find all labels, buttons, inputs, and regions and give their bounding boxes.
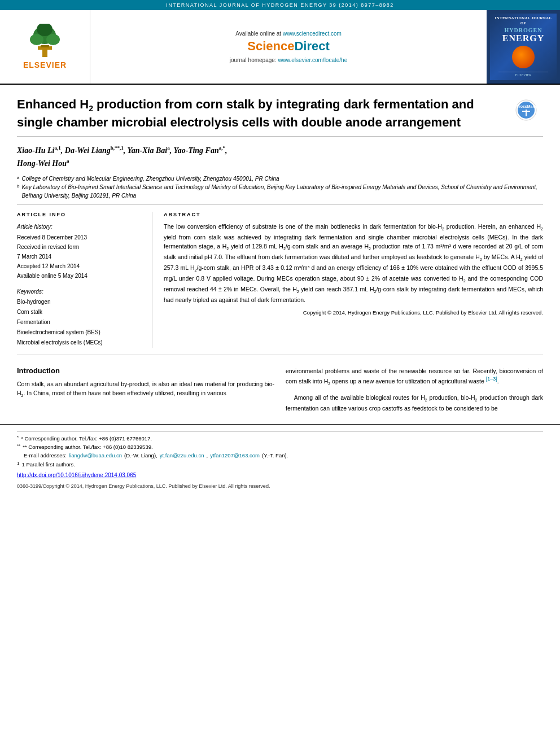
footer-divider (17, 431, 543, 432)
received-date: Received 8 December 2013 (17, 234, 87, 241)
intro-para-right1: environmental problems and waste of the … (286, 366, 543, 387)
article-info-heading: Article Info (17, 212, 143, 217)
svg-rect-0 (42, 49, 47, 57)
sciencedirect-link[interactable]: www.sciencedirect.com (283, 30, 342, 37)
article-info-abstract: Article Info Article history: Received 8… (17, 205, 543, 355)
introduction-section: Introduction Corn stalk, as an abundant … (17, 355, 543, 424)
footnote-star-text: * Corresponding author. Tel./fax: +86 (0… (21, 434, 152, 443)
keywords-section: Keywords: Bio-hydrogen Corn stalk Fermen… (17, 289, 143, 348)
copyright-footer: 0360-3199/Copyright © 2014, Hydrogen Ene… (17, 482, 543, 490)
keywords-title: Keywords: (17, 289, 143, 295)
history-label: Article history: (17, 222, 143, 231)
article-title: Enhanced H2 production from corn stalk b… (17, 96, 480, 131)
available-online-text: Available online at www.sciencedirect.co… (235, 30, 342, 37)
journal-top-bar: International Journal of Hydrogen Energy… (0, 0, 560, 10)
sciencedirect-logo: ScienceDirect (247, 39, 330, 54)
elsevier-text: ELSEVIER (21, 60, 69, 69)
revised-label: Received in revised form (17, 244, 79, 250)
keyword-fermentation: Fermentation (17, 317, 143, 327)
journal-cover-hydrogen: HYDROGEN (505, 27, 542, 33)
keyword-bio-hydrogen: Bio-hydrogen (17, 297, 143, 307)
abstract-heading: Abstract (164, 212, 543, 217)
crossmark-badge: CrossMark (515, 96, 543, 121)
email-fan-163[interactable]: ytfan1207@163.com (210, 451, 260, 460)
svg-text:CrossMark: CrossMark (516, 104, 536, 108)
crossmark-icon: CrossMark (515, 99, 537, 121)
introduction-heading: Introduction (17, 366, 274, 375)
intro-left-col: Introduction Corn stalk, as an abundant … (17, 366, 274, 413)
journal-cover-energy: ENERGY (502, 33, 544, 43)
journal-title-bar: International Journal of Hydrogen Energy… (166, 2, 394, 8)
footnote-doublestar: ** ** Corresponding author. Tel./fax: +8… (17, 443, 543, 451)
journal-cover: International Journal of HYDROGEN ENERGY… (487, 10, 560, 84)
affiliations: a College of Chemistry and Molecular Eng… (17, 174, 543, 200)
abstract-column: Abstract The low conversion efficiency o… (164, 212, 543, 348)
doi-line: http://dx.doi.org/10.1016/j.ijhydene.201… (17, 471, 543, 480)
footer-notes: * * Corresponding author. Tel./fax: +86 … (0, 424, 560, 495)
center-header: Available online at www.sciencedirect.co… (90, 10, 487, 84)
elsevier-logo: ELSEVIER (21, 24, 69, 69)
keyword-bes: Bioelectrochemical system (BES) (17, 327, 143, 338)
abstract-text: The low conversion efficiency of substra… (164, 222, 543, 304)
footnote-emails: E-mail addresses: liangdw@buaa.edu.cn (D… (17, 451, 543, 460)
revised-date: 7 March 2014 (17, 254, 51, 260)
abstract-copyright: Copyright © 2014, Hydrogen Energy Public… (164, 309, 543, 316)
intro-para-left: Corn stalk, as an abundant agricultural … (17, 379, 274, 399)
authors-section: Xiao-Hu Lia,1, Da-Wei Liangb,**,1, Yan-X… (17, 137, 543, 205)
elsevier-tree-icon (21, 24, 69, 60)
parallel-authors-note: 1 Parallel first authors. (21, 460, 75, 469)
keyword-corn-stalk: Corn stalk (17, 307, 143, 317)
email-liang[interactable]: liangdw@buaa.edu.cn (69, 451, 122, 460)
intro-right-col: environmental problems and waste of the … (286, 366, 543, 413)
intro-para-right2: Among all of the available biological ro… (286, 393, 543, 413)
footnote-star: * * Corresponding author. Tel./fax: +86 … (17, 434, 543, 443)
authors-list: Xiao-Hu Lia,1, Da-Wei Liangb,**,1, Yan-X… (17, 144, 543, 170)
accepted-date: Accepted 12 March 2014 (17, 263, 80, 269)
reference-1-3[interactable]: [1–3] (486, 376, 497, 382)
journal-homepage: journal homepage: www.elsevier.com/locat… (230, 57, 347, 63)
svg-rect-6 (41, 45, 49, 47)
svg-point-4 (46, 34, 60, 45)
journal-cover-graphic (512, 46, 535, 68)
journal-cover-title: International Journal of (492, 16, 554, 26)
keyword-mecs: Microbial electrolysis cells (MECs) (17, 338, 143, 348)
footnote-parallel: 1 1 Parallel first authors. (17, 460, 543, 469)
title-section: Enhanced H2 production from corn stalk b… (17, 85, 543, 137)
header-area: ELSEVIER Available online at www.science… (0, 10, 560, 85)
article-info-column: Article Info Article history: Received 8… (17, 212, 152, 348)
email-fan-zzu[interactable]: yt.fan@zzu.edu.cn (160, 451, 204, 460)
article-history: Article history: Received 8 December 201… (17, 222, 143, 281)
email-label: E-mail addresses: (24, 451, 67, 460)
doi-link[interactable]: http://dx.doi.org/10.1016/j.ijhydene.201… (17, 472, 136, 478)
footnote-doublestar-text: ** Corresponding author. Tel./fax: +86 (… (23, 443, 152, 451)
svg-point-3 (30, 34, 43, 45)
elsevier-logo-area: ELSEVIER (0, 10, 90, 84)
available-date: Available online 5 May 2014 (17, 273, 88, 279)
homepage-link[interactable]: www.elsevier.com/locate/he (278, 57, 347, 63)
article-content: Enhanced H2 production from corn stalk b… (0, 85, 560, 424)
